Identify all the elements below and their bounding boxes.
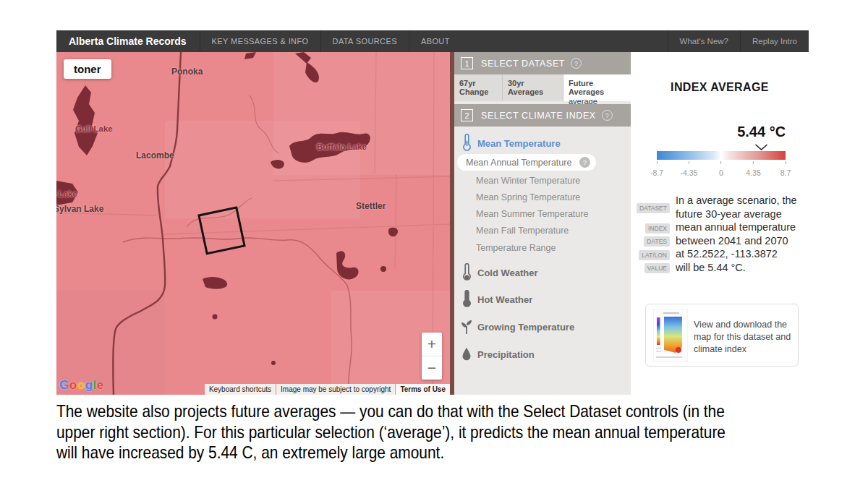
scale-ticks: -8.7 -4.35 0 4.35 8.7 [657, 160, 786, 177]
copyright-notice: Image may be subject to copyright [276, 384, 395, 395]
caption-line-2: upper right section). For this particula… [56, 422, 805, 443]
lake-label-cut: an Lake [56, 189, 77, 198]
index-mean-summer-temperature[interactable]: Mean Summer Temperature [476, 209, 588, 219]
alberta-climate-app: Alberta Climate Records KEY MESSAGES & I… [56, 30, 809, 395]
lake-label-buffalo-lake: Buffalo Lake [317, 142, 367, 151]
tab-30yr-averages[interactable]: 30yr Averages [503, 74, 563, 101]
screenshot-root: Alberta Climate Records KEY MESSAGES & I… [0, 0, 868, 488]
scenario-description: DATASET INDEX DATES LAT/LON VALUE In a a… [639, 194, 803, 274]
badge-index: INDEX [645, 223, 670, 234]
google-map-canvas[interactable]: Gull Lake an Lake Buffalo Lake Ponoka La… [56, 52, 450, 395]
select-dataset-header: 1 SELECT DATASET ? [454, 52, 631, 74]
select-dataset-title: SELECT DATASET [481, 59, 565, 69]
index-mean-winter-temperature[interactable]: Mean Winter Temperature [476, 176, 580, 186]
hot-weather-label: Hot Weather [477, 294, 532, 305]
nav-key-messages[interactable]: KEY MESSAGES & INFO [200, 30, 320, 52]
nav-data-sources[interactable]: DATA SOURCES [320, 30, 409, 52]
dataset-help-icon[interactable]: ? [571, 58, 582, 69]
tick-min: -8.7 [650, 168, 663, 177]
town-label-lacombe: Lacombe [136, 150, 174, 160]
download-map-text: View and download the map for this datas… [694, 319, 793, 356]
index-average-value: 5.44 °C [737, 124, 786, 140]
top-nav-bar: Alberta Climate Records KEY MESSAGES & I… [56, 30, 809, 52]
category-mean-temperature[interactable]: Mean Temperature [460, 134, 561, 153]
nav-spacer [461, 30, 668, 52]
index-average-panel: INDEX AVERAGE 5.44 °C -8.7 -4.35 0 4.35 … [631, 52, 809, 395]
download-map-card[interactable]: View and download the map for this datas… [645, 304, 799, 367]
color-scale: 5.44 °C -8.7 -4.35 0 4.35 8.7 [657, 151, 786, 177]
cold-weather-label: Cold Weather [477, 267, 538, 278]
select-climate-index-header: 2 SELECT CLIMATE INDEX ? [454, 104, 631, 127]
nav-replay-intro[interactable]: Replay Intro [740, 30, 809, 52]
map-attribution-bar: Keyboard shortcuts Image may be subject … [204, 384, 450, 395]
nav-whats-new[interactable]: What's New? [668, 30, 740, 52]
thermometer-icon [460, 134, 473, 153]
tab-future-averages[interactable]: Future Averages average [563, 74, 631, 101]
lake-label-gull-lake: Gull Lake [75, 124, 113, 133]
alberta-map-thumbnail [653, 309, 688, 361]
precipitation-label: Precipitation [477, 349, 535, 360]
badge-dataset: DATASET [637, 203, 670, 213]
tick-max: 8.7 [780, 168, 791, 177]
scale-marker-chevron-icon [755, 144, 768, 150]
map-style-toner-button[interactable]: toner [64, 59, 111, 79]
category-hot-weather[interactable]: Hot Weather [460, 290, 532, 309]
tick-pos-mid: 4.35 [746, 168, 760, 177]
category-cold-weather[interactable]: Cold Weather [460, 263, 538, 282]
tick-neg-mid: -4.35 [681, 168, 698, 177]
town-label-stettler: Stettler [356, 201, 386, 211]
droplet-icon [460, 347, 473, 361]
climate-controls-panel: 1 SELECT DATASET ? 67yr Change 30yr Aver… [454, 52, 631, 395]
index-temperature-range[interactable]: Temperature Range [476, 243, 556, 253]
badge-value: VALUE [644, 263, 670, 273]
select-climate-index-title: SELECT CLIMATE INDEX [481, 111, 596, 121]
zoom-out-button[interactable]: − [422, 356, 442, 380]
caption-line-1: The website also projects future average… [56, 401, 805, 422]
index-mean-fall-temperature[interactable]: Mean Fall Temperature [476, 226, 569, 236]
map-artwork [56, 52, 450, 395]
map-zoom-control: + − [422, 333, 442, 380]
badge-dates: DATES [644, 236, 670, 247]
step-1-badge: 1 [461, 57, 473, 69]
category-precipitation[interactable]: Precipitation [460, 345, 535, 364]
index-mean-spring-temperature[interactable]: Mean Spring Temperature [476, 192, 580, 202]
brand-title[interactable]: Alberta Climate Records [56, 30, 200, 52]
tick-zero: 0 [719, 168, 723, 177]
google-logo[interactable]: Google [59, 378, 104, 393]
category-growing-temperature[interactable]: Growing Temperature [460, 317, 574, 336]
scale-marker-group: 5.44 °C [737, 124, 786, 153]
town-label-sylvan-lake: Sylvan Lake [56, 204, 103, 214]
climate-index-help-icon[interactable]: ? [602, 110, 613, 121]
dataset-tabs: 67yr Change 30yr Averages Future Average… [454, 74, 631, 101]
badge-latlon: LAT/LON [639, 250, 670, 260]
index-average-title: INDEX AVERAGE [631, 81, 809, 94]
nav-about[interactable]: ABOUT [409, 30, 461, 52]
mean-annual-help-icon[interactable]: ? [579, 157, 590, 168]
keyboard-shortcuts-link[interactable]: Keyboard shortcuts [205, 384, 276, 395]
zoom-in-button[interactable]: + [422, 333, 442, 356]
terms-of-use-link[interactable]: Terms of Use [396, 384, 450, 395]
tab-67yr-change[interactable]: 67yr Change [454, 74, 503, 101]
caption-line-3: will have increased by 5.44 C, an extrem… [56, 442, 805, 463]
growing-temperature-label: Growing Temperature [477, 322, 574, 333]
sprout-icon [460, 319, 473, 335]
description-text: In a average scenario, the future 30-yea… [676, 194, 803, 274]
hot-thermometer-icon [460, 290, 473, 309]
caption-text: The website also projects future average… [56, 401, 805, 463]
selected-index-mean-annual-temperature[interactable]: Mean Annual Temperature ? [457, 154, 596, 171]
mean-temperature-label: Mean Temperature [477, 138, 561, 149]
step-2-badge: 2 [461, 109, 473, 121]
climate-index-list: Mean Temperature Mean Annual Temperature… [454, 127, 631, 395]
cold-thermometer-icon [460, 263, 473, 282]
town-label-ponoka: Ponoka [171, 67, 203, 77]
